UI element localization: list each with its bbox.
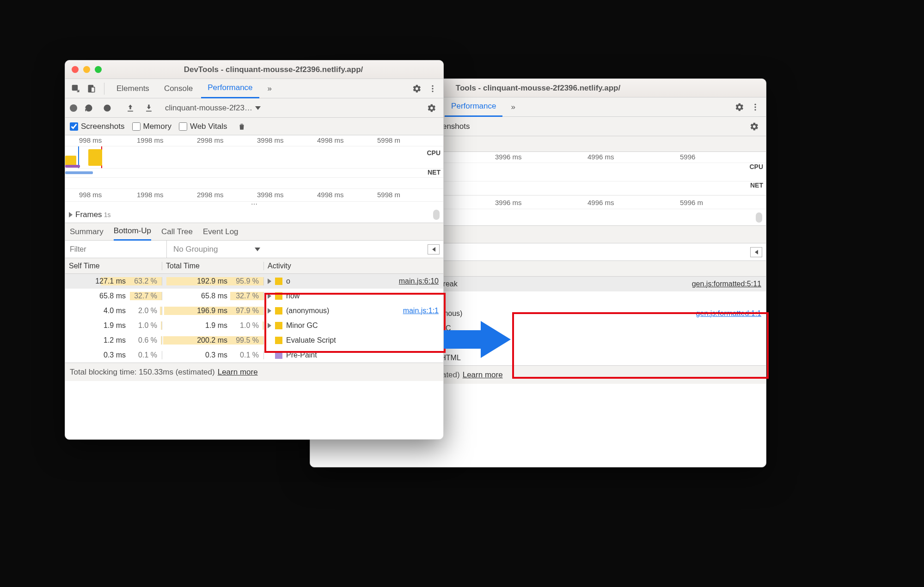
expand-icon[interactable] bbox=[268, 293, 271, 299]
url-text: clinquant-mousse-2f23… bbox=[165, 103, 252, 113]
screenshots-checkbox[interactable]: Screenshots bbox=[70, 122, 125, 131]
activity-name: o bbox=[286, 277, 290, 285]
nav-toolbar: Elements Console Performance » bbox=[65, 79, 443, 98]
details-tabs: Summary Bottom-Up Call Tree Event Log bbox=[65, 223, 443, 241]
learn-more-link[interactable]: Learn more bbox=[218, 368, 258, 377]
chevron-down-icon bbox=[255, 106, 261, 110]
gear-icon[interactable] bbox=[733, 100, 747, 114]
record-button[interactable] bbox=[70, 104, 77, 112]
download-icon[interactable] bbox=[142, 101, 156, 115]
webvitals-checkbox[interactable]: Web Vitals bbox=[179, 122, 227, 131]
svg-point-2 bbox=[754, 109, 756, 110]
kebab-icon[interactable] bbox=[748, 100, 762, 114]
flame-chip bbox=[65, 165, 80, 168]
tab-eventlog[interactable]: Event Log bbox=[203, 227, 239, 236]
scrollbar-handle[interactable] bbox=[433, 210, 440, 220]
svg-marker-10 bbox=[444, 321, 511, 358]
script-icon bbox=[275, 337, 282, 344]
timeline-ruler-top: 998 ms 1998 ms 2998 ms 3998 ms 4998 ms 5… bbox=[65, 135, 443, 146]
tab-bottomup[interactable]: Bottom-Up bbox=[114, 223, 151, 241]
minimize-icon[interactable] bbox=[83, 66, 90, 73]
script-icon bbox=[275, 351, 282, 359]
tab-elements[interactable]: Elements bbox=[110, 79, 156, 98]
gear-icon[interactable] bbox=[747, 120, 761, 133]
gear-icon[interactable] bbox=[425, 101, 439, 115]
frames-sub: 1s bbox=[104, 211, 111, 218]
table-row[interactable]: 4.0 ms2.0 % 196.9 ms97.9 % (anonymous) m… bbox=[65, 303, 443, 318]
filter-input[interactable] bbox=[65, 241, 167, 258]
kebab-icon[interactable] bbox=[426, 82, 440, 96]
close-icon[interactable] bbox=[72, 66, 79, 73]
collapse-pane-button[interactable] bbox=[750, 247, 762, 257]
blocking-time-text: Total blocking time: 150.33ms (estimated… bbox=[70, 368, 215, 377]
expand-icon[interactable] bbox=[268, 278, 271, 284]
perf-subbar: clinquant-mousse-2f23… bbox=[65, 98, 443, 118]
table-row[interactable]: 1.2 ms0.6 % 200.2 ms99.5 % Evaluate Scri… bbox=[65, 333, 443, 348]
expand-icon[interactable] bbox=[268, 323, 271, 328]
traffic-lights bbox=[72, 66, 102, 73]
collapse-pane-button[interactable] bbox=[428, 244, 440, 254]
trash-icon[interactable] bbox=[235, 120, 249, 133]
activity-name: (anonymous) bbox=[286, 307, 329, 315]
memory-checkbox[interactable]: Memory bbox=[132, 122, 171, 131]
tab-console[interactable]: Console bbox=[158, 79, 199, 98]
svg-rect-5 bbox=[91, 87, 95, 92]
checks-row: Screenshots Memory Web Vitals bbox=[65, 118, 443, 135]
source-link[interactable]: main.js:6:10 bbox=[399, 277, 439, 285]
frames-label: Frames bbox=[75, 210, 102, 219]
tab-performance[interactable]: Performance bbox=[201, 79, 259, 98]
script-icon bbox=[275, 292, 282, 300]
grouping-selector[interactable]: No Grouping bbox=[167, 245, 267, 254]
svg-point-1 bbox=[754, 106, 756, 108]
script-icon bbox=[275, 307, 282, 315]
expand-icon[interactable] bbox=[69, 212, 73, 218]
reload-icon[interactable] bbox=[82, 101, 96, 115]
timeline-overview[interactable]: 998 ms 1998 ms 2998 ms 3998 ms 4998 ms 5… bbox=[65, 135, 443, 206]
tab-summary[interactable]: Summary bbox=[70, 227, 104, 236]
col-totaltime[interactable]: Total Time bbox=[162, 262, 264, 270]
url-selector[interactable]: clinquant-mousse-2f23… bbox=[165, 103, 261, 113]
tab-more[interactable]: » bbox=[504, 97, 521, 117]
learn-more-link[interactable]: Learn more bbox=[463, 370, 503, 380]
source-link[interactable]: gen.js:formatted:1:1 bbox=[696, 309, 761, 318]
upload-icon[interactable] bbox=[123, 101, 137, 115]
clear-icon[interactable] bbox=[100, 101, 114, 115]
cpu-label: CPU bbox=[749, 163, 763, 170]
activity-name: Minor GC bbox=[286, 321, 318, 330]
tab-more[interactable]: » bbox=[261, 79, 278, 98]
net-chip bbox=[65, 171, 93, 174]
device-toggle-icon[interactable] bbox=[85, 82, 98, 96]
scrollbar-handle[interactable] bbox=[756, 212, 762, 223]
source-link[interactable]: main.js:1:1 bbox=[403, 307, 439, 315]
svg-point-6 bbox=[432, 85, 433, 86]
zoom-icon[interactable] bbox=[95, 66, 102, 73]
col-selftime[interactable]: Self Time bbox=[65, 262, 162, 270]
table-row[interactable]: 0.3 ms0.1 % 0.3 ms0.1 % Pre-Paint bbox=[65, 348, 443, 363]
script-icon bbox=[275, 278, 282, 285]
script-icon bbox=[275, 322, 282, 329]
table-row[interactable]: 1.9 ms1.0 % 1.9 ms1.0 % Minor GC bbox=[65, 318, 443, 333]
bottomup-table: Self Time Total Time Activity 127.1 ms63… bbox=[65, 258, 443, 363]
expand-icon[interactable] bbox=[268, 308, 271, 314]
frames-row[interactable]: Frames 1s bbox=[65, 206, 443, 223]
inspect-icon[interactable] bbox=[69, 82, 83, 96]
table-row[interactable]: 127.1 ms63.2 % 192.9 ms95.9 % o main.js:… bbox=[65, 274, 443, 289]
timeline-cpu-track: CPU bbox=[65, 146, 443, 169]
svg-point-7 bbox=[432, 88, 433, 89]
table-row[interactable]: 65.8 ms32.7 % 65.8 ms32.7 % now bbox=[65, 289, 443, 303]
footer: Total blocking time: 150.33ms (estimated… bbox=[65, 363, 443, 381]
timeline-net-track: NET bbox=[65, 169, 443, 178]
tab-performance[interactable]: Performance bbox=[445, 97, 502, 117]
activity-name: Pre-Paint bbox=[286, 351, 317, 359]
titlebar[interactable]: DevTools - clinquant-mousse-2f2396.netli… bbox=[65, 61, 443, 79]
devtools-window-left: DevTools - clinquant-mousse-2f2396.netli… bbox=[65, 60, 444, 440]
col-activity[interactable]: Activity bbox=[397, 265, 766, 273]
activity-name: Evaluate Script bbox=[286, 336, 336, 345]
tab-calltree[interactable]: Call Tree bbox=[161, 227, 193, 236]
source-link[interactable]: gen.js:formatted:5:11 bbox=[692, 280, 761, 288]
gear-icon[interactable] bbox=[410, 82, 424, 96]
filter-row: No Grouping bbox=[65, 241, 443, 258]
cpu-label: CPU bbox=[427, 149, 441, 157]
col-activity[interactable]: Activity bbox=[264, 262, 443, 270]
timeline-ruler-bottom: 998 ms 1998 ms 2998 ms 3998 ms 4998 ms 5… bbox=[65, 189, 443, 202]
